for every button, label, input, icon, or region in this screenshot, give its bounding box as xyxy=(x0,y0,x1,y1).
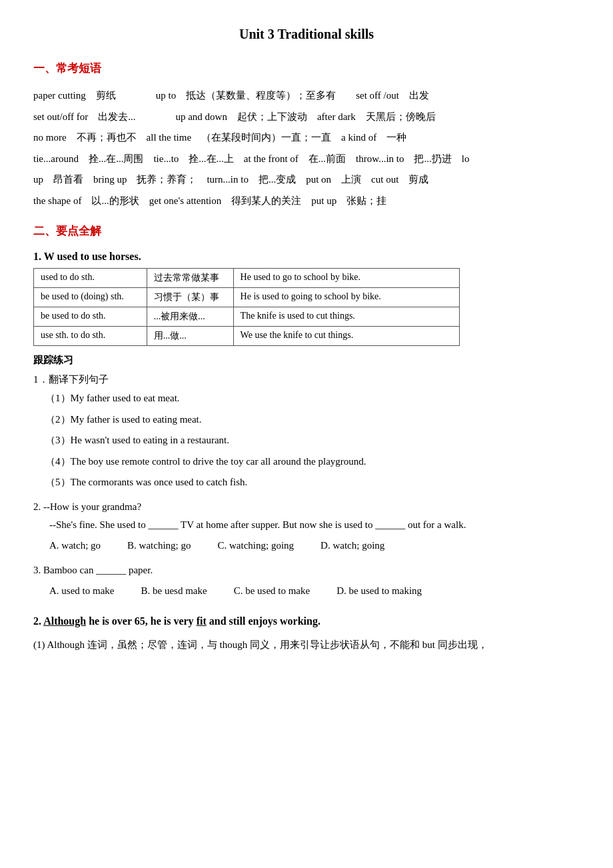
vocab-block: paper cutting 剪纸 up to 抵达（某数量、程度等）；至多有 s… xyxy=(33,85,580,211)
table-cell: ...被用来做... xyxy=(147,307,233,327)
point2-u1: Although xyxy=(43,615,86,627)
list-item: （3）He wasn't used to eating in a restaur… xyxy=(45,432,580,449)
table-cell: 习惯于（某）事 xyxy=(147,288,233,307)
grammar-table: used to do sth.过去常常做某事He used to go to s… xyxy=(33,268,460,346)
vocab-line-3: no more 不再；再也不 all the time （在某段时间内）一直；一… xyxy=(33,127,580,149)
point1-title: 1. W used to use horses. xyxy=(33,251,580,263)
option-item: A. watch; go xyxy=(49,540,101,551)
point1: 1. W used to use horses. used to do sth.… xyxy=(33,251,580,600)
vocab-line-2: set out/off for 出发去... up and down 起伏；上下… xyxy=(33,107,580,128)
table-cell: He used to go to school by bike. xyxy=(233,269,459,288)
table-cell: 过去常常做某事 xyxy=(147,269,233,288)
q2-stem: 2. --How is your grandma? xyxy=(33,498,580,516)
table-cell: He is used to going to school by bike. xyxy=(233,288,459,307)
vocab-line-1: paper cutting 剪纸 up to 抵达（某数量、程度等）；至多有 s… xyxy=(33,85,580,107)
q3-block: 3. Bamboo can ______ paper. A. used to m… xyxy=(33,561,580,600)
table-cell: be used to do sth. xyxy=(34,307,147,327)
list-item: （1）My father used to eat meat. xyxy=(45,390,580,407)
option-item: C. watching; going xyxy=(217,540,294,551)
page-title: Unit 3 Traditional skills xyxy=(33,27,580,42)
q2-block: 2. --How is your grandma? --She's fine. … xyxy=(33,498,580,555)
point2-end: and still enjoys working. xyxy=(207,615,320,627)
option-item: A. used to make xyxy=(49,585,114,596)
table-cell: used to do sth. xyxy=(34,269,147,288)
vocab-line-4: tie...around 拴...在...周围 tie...to 拴...在..… xyxy=(33,149,580,170)
option-item: D. be used to making xyxy=(336,585,422,596)
section2: 二、要点全解 1. W used to use horses. used to … xyxy=(33,223,580,654)
section1-header: 一、常考短语 xyxy=(33,61,580,76)
point2: 2. Although he is over 65, he is very fi… xyxy=(33,612,580,655)
table-cell: 用...做... xyxy=(147,327,233,346)
point2-mid: he is over 65, he is very xyxy=(86,615,196,627)
table-cell: We use the knife to cut things. xyxy=(233,327,459,346)
point2-prefix: 2. xyxy=(33,615,43,627)
list-item: （5）The cormorants was once used to catch… xyxy=(45,474,580,491)
option-item: B. watching; go xyxy=(127,540,191,551)
vocab-line-5: up 昂首看 bring up 抚养；养育； turn...in to 把...… xyxy=(33,169,580,191)
q2-options: A. watch; goB. watching; goC. watching; … xyxy=(49,537,580,555)
q3-stem: 3. Bamboo can ______ paper. xyxy=(33,561,580,579)
section1: 一、常考短语 paper cutting 剪纸 up to 抵达（某数量、程度等… xyxy=(33,61,580,211)
table-cell: be used to (doing) sth. xyxy=(34,288,147,307)
list-item: （4）The boy use remote control to drive t… xyxy=(45,453,580,471)
option-item: D. watch; going xyxy=(320,540,384,551)
translate-subtitle: 1．翻译下列句子 xyxy=(33,373,580,386)
vocab-line-6: the shape of 以...的形状 get one's attention… xyxy=(33,191,580,212)
list-item: （2）My father is used to eating meat. xyxy=(45,411,580,429)
option-item: B. be uesd make xyxy=(141,585,207,596)
section2-header: 二、要点全解 xyxy=(33,223,580,239)
q2-line2: --She's fine. She used to ______ TV at h… xyxy=(49,516,580,534)
q3-options: A. used to makeB. be uesd makeC. be used… xyxy=(49,582,580,600)
option-item: C. be used to make xyxy=(234,585,310,596)
point2-u2: fit xyxy=(197,615,207,627)
table-cell: The knife is used to cut things. xyxy=(233,307,459,327)
point2-note: (1) Although 连词，虽然；尽管，连词，与 though 同义，用来引… xyxy=(33,636,580,654)
follow-up-title: 跟踪练习 xyxy=(33,354,580,367)
table-cell: use sth. to do sth. xyxy=(34,327,147,346)
point2-title: 2. Although he is over 65, he is very fi… xyxy=(33,612,580,631)
